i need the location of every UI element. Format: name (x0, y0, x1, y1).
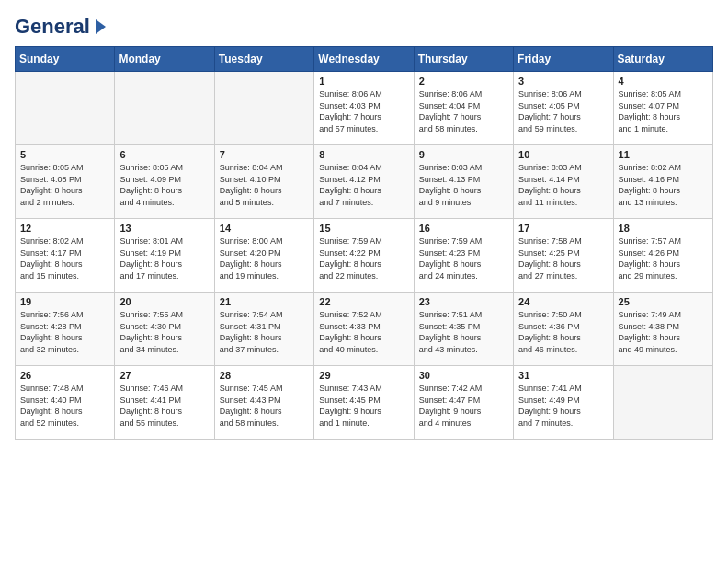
table-row (16, 72, 115, 145)
day-number: 17 (518, 223, 608, 234)
day-info: Sunrise: 7:50 AM Sunset: 4:36 PM Dayligh… (518, 309, 608, 355)
day-number: 24 (518, 296, 608, 307)
table-row (613, 366, 712, 440)
table-row (214, 72, 313, 145)
day-number: 12 (20, 223, 109, 234)
logo-arrow-icon (96, 19, 106, 34)
day-info: Sunrise: 7:51 AM Sunset: 4:35 PM Dayligh… (419, 309, 508, 355)
calendar-week-row: 5Sunrise: 8:05 AM Sunset: 4:08 PM Daylig… (16, 145, 713, 219)
table-row: 27Sunrise: 7:46 AM Sunset: 4:41 PM Dayli… (115, 366, 214, 440)
logo: General (15, 15, 106, 37)
header-sunday: Sunday (16, 47, 115, 72)
table-row: 16Sunrise: 7:59 AM Sunset: 4:23 PM Dayli… (414, 219, 513, 293)
day-number: 31 (518, 370, 608, 381)
day-number: 10 (518, 149, 608, 160)
day-info: Sunrise: 7:57 AM Sunset: 4:26 PM Dayligh… (619, 236, 708, 282)
table-row: 19Sunrise: 7:56 AM Sunset: 4:28 PM Dayli… (16, 293, 115, 366)
day-number: 19 (20, 296, 109, 307)
day-number: 11 (619, 149, 708, 160)
day-info: Sunrise: 7:52 AM Sunset: 4:33 PM Dayligh… (319, 309, 408, 355)
table-row: 21Sunrise: 7:54 AM Sunset: 4:31 PM Dayli… (214, 293, 313, 366)
day-number: 20 (119, 296, 209, 307)
day-number: 3 (518, 75, 608, 86)
day-number: 25 (619, 296, 708, 307)
day-number: 15 (319, 223, 408, 234)
table-row: 10Sunrise: 8:03 AM Sunset: 4:14 PM Dayli… (514, 145, 613, 219)
day-number: 2 (419, 75, 508, 86)
day-info: Sunrise: 7:56 AM Sunset: 4:28 PM Dayligh… (20, 309, 109, 355)
table-row: 24Sunrise: 7:50 AM Sunset: 4:36 PM Dayli… (514, 293, 613, 366)
day-info: Sunrise: 8:05 AM Sunset: 4:07 PM Dayligh… (619, 88, 708, 134)
calendar-week-row: 19Sunrise: 7:56 AM Sunset: 4:28 PM Dayli… (16, 293, 713, 366)
day-number: 16 (419, 223, 508, 234)
day-info: Sunrise: 8:04 AM Sunset: 4:12 PM Dayligh… (319, 162, 408, 208)
header-wednesday: Wednesday (314, 47, 414, 72)
table-row: 15Sunrise: 7:59 AM Sunset: 4:22 PM Dayli… (314, 219, 414, 293)
day-number: 28 (220, 370, 309, 381)
table-row: 14Sunrise: 8:00 AM Sunset: 4:20 PM Dayli… (214, 219, 313, 293)
table-row: 18Sunrise: 7:57 AM Sunset: 4:26 PM Dayli… (613, 219, 712, 293)
day-number: 18 (619, 223, 708, 234)
day-info: Sunrise: 8:01 AM Sunset: 4:19 PM Dayligh… (119, 236, 209, 282)
day-number: 27 (119, 370, 209, 381)
day-info: Sunrise: 8:02 AM Sunset: 4:17 PM Dayligh… (20, 236, 109, 282)
day-info: Sunrise: 8:05 AM Sunset: 4:08 PM Dayligh… (20, 162, 109, 208)
day-info: Sunrise: 7:54 AM Sunset: 4:31 PM Dayligh… (220, 309, 309, 355)
table-row: 4Sunrise: 8:05 AM Sunset: 4:07 PM Daylig… (613, 72, 712, 145)
table-row: 26Sunrise: 7:48 AM Sunset: 4:40 PM Dayli… (16, 366, 115, 440)
header-monday: Monday (115, 47, 214, 72)
day-number: 1 (319, 75, 408, 86)
table-row: 9Sunrise: 8:03 AM Sunset: 4:13 PM Daylig… (414, 145, 513, 219)
table-row: 5Sunrise: 8:05 AM Sunset: 4:08 PM Daylig… (16, 145, 115, 219)
day-number: 9 (419, 149, 508, 160)
day-number: 7 (220, 149, 309, 160)
day-number: 26 (20, 370, 109, 381)
header-tuesday: Tuesday (214, 47, 313, 72)
day-info: Sunrise: 7:59 AM Sunset: 4:22 PM Dayligh… (319, 236, 408, 282)
day-info: Sunrise: 7:41 AM Sunset: 4:49 PM Dayligh… (518, 383, 608, 429)
day-info: Sunrise: 8:03 AM Sunset: 4:14 PM Dayligh… (518, 162, 608, 208)
day-info: Sunrise: 8:06 AM Sunset: 4:03 PM Dayligh… (319, 88, 408, 134)
table-row (115, 72, 214, 145)
day-info: Sunrise: 7:43 AM Sunset: 4:45 PM Dayligh… (319, 383, 408, 429)
day-info: Sunrise: 8:06 AM Sunset: 4:04 PM Dayligh… (419, 88, 508, 134)
table-row: 29Sunrise: 7:43 AM Sunset: 4:45 PM Dayli… (314, 366, 414, 440)
table-row: 1Sunrise: 8:06 AM Sunset: 4:03 PM Daylig… (314, 72, 414, 145)
table-row: 22Sunrise: 7:52 AM Sunset: 4:33 PM Dayli… (314, 293, 414, 366)
table-row: 17Sunrise: 7:58 AM Sunset: 4:25 PM Dayli… (514, 219, 613, 293)
day-info: Sunrise: 8:00 AM Sunset: 4:20 PM Dayligh… (220, 236, 309, 282)
day-number: 22 (319, 296, 408, 307)
table-row: 3Sunrise: 8:06 AM Sunset: 4:05 PM Daylig… (514, 72, 613, 145)
day-info: Sunrise: 7:59 AM Sunset: 4:23 PM Dayligh… (419, 236, 508, 282)
day-number: 29 (319, 370, 408, 381)
day-number: 5 (20, 149, 109, 160)
day-info: Sunrise: 7:58 AM Sunset: 4:25 PM Dayligh… (518, 236, 608, 282)
day-number: 14 (220, 223, 309, 234)
table-row: 31Sunrise: 7:41 AM Sunset: 4:49 PM Dayli… (514, 366, 613, 440)
table-row: 28Sunrise: 7:45 AM Sunset: 4:43 PM Dayli… (214, 366, 313, 440)
day-info: Sunrise: 8:03 AM Sunset: 4:13 PM Dayligh… (419, 162, 508, 208)
day-info: Sunrise: 7:48 AM Sunset: 4:40 PM Dayligh… (20, 383, 109, 429)
header: General (15, 15, 713, 37)
day-info: Sunrise: 8:04 AM Sunset: 4:10 PM Dayligh… (220, 162, 309, 208)
table-row: 2Sunrise: 8:06 AM Sunset: 4:04 PM Daylig… (414, 72, 513, 145)
table-row: 30Sunrise: 7:42 AM Sunset: 4:47 PM Dayli… (414, 366, 513, 440)
table-row: 8Sunrise: 8:04 AM Sunset: 4:12 PM Daylig… (314, 145, 414, 219)
table-row: 23Sunrise: 7:51 AM Sunset: 4:35 PM Dayli… (414, 293, 513, 366)
header-friday: Friday (514, 47, 613, 72)
table-row: 13Sunrise: 8:01 AM Sunset: 4:19 PM Dayli… (115, 219, 214, 293)
day-info: Sunrise: 7:55 AM Sunset: 4:30 PM Dayligh… (119, 309, 209, 355)
table-row: 6Sunrise: 8:05 AM Sunset: 4:09 PM Daylig… (115, 145, 214, 219)
day-info: Sunrise: 8:06 AM Sunset: 4:05 PM Dayligh… (518, 88, 608, 134)
day-number: 23 (419, 296, 508, 307)
table-row: 12Sunrise: 8:02 AM Sunset: 4:17 PM Dayli… (16, 219, 115, 293)
day-number: 21 (220, 296, 309, 307)
weekday-header-row: Sunday Monday Tuesday Wednesday Thursday… (16, 47, 713, 72)
day-number: 30 (419, 370, 508, 381)
day-number: 6 (119, 149, 209, 160)
table-row: 20Sunrise: 7:55 AM Sunset: 4:30 PM Dayli… (115, 293, 214, 366)
day-info: Sunrise: 8:05 AM Sunset: 4:09 PM Dayligh… (119, 162, 209, 208)
day-info: Sunrise: 7:49 AM Sunset: 4:38 PM Dayligh… (619, 309, 708, 355)
day-info: Sunrise: 8:02 AM Sunset: 4:16 PM Dayligh… (619, 162, 708, 208)
table-row: 25Sunrise: 7:49 AM Sunset: 4:38 PM Dayli… (613, 293, 712, 366)
